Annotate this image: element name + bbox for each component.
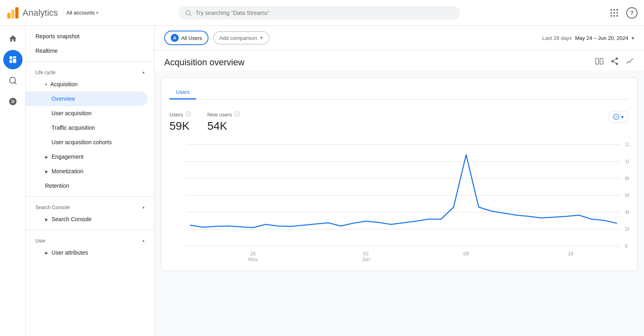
metric-new-users-value: 54K xyxy=(207,120,240,133)
svg-text:10K: 10K xyxy=(625,159,629,164)
icon-sidebar xyxy=(0,26,26,336)
search-bar[interactable] xyxy=(178,6,460,20)
search-console-expand-icon: ▶ xyxy=(45,217,48,222)
svg-text:12K: 12K xyxy=(625,142,629,147)
chip-label: All Users xyxy=(181,35,202,41)
svg-rect-9 xyxy=(613,12,615,14)
layout: Reports snapshot Realtime Life cycle ▾ ▾… xyxy=(0,26,644,336)
svg-text:09: 09 xyxy=(463,251,469,257)
topbar-right: ? xyxy=(609,7,638,19)
section-user[interactable]: User ▾ xyxy=(26,233,154,245)
metrics-row: Users ⓘ 59K New users ⓘ 54K ▾ xyxy=(169,106,629,141)
add-comparison-button[interactable]: Add comparison + xyxy=(213,31,269,44)
sidebar-item-acquisition[interactable]: ▾ Acquisition xyxy=(26,77,154,91)
acquisition-expand-icon: ▾ xyxy=(45,82,47,87)
svg-text:26: 26 xyxy=(250,251,256,257)
search-console-item-label: Search Console xyxy=(52,216,92,222)
search-icon xyxy=(185,9,192,17)
date-range-chevron-icon: ▾ xyxy=(632,35,634,41)
lifecycle-label: Life cycle xyxy=(35,70,56,75)
chart-toggle-icon[interactable] xyxy=(625,57,634,68)
svg-text:Jun: Jun xyxy=(362,257,370,261)
sidebar-icon-home[interactable] xyxy=(3,29,23,48)
nav-sidebar: Reports snapshot Realtime Life cycle ▾ ▾… xyxy=(26,26,155,336)
svg-line-26 xyxy=(613,59,616,61)
svg-line-25 xyxy=(613,62,616,63)
share-icon[interactable] xyxy=(610,57,619,68)
section-lifecycle[interactable]: Life cycle ▾ xyxy=(26,65,154,77)
svg-text:16: 16 xyxy=(568,251,574,257)
svg-point-23 xyxy=(611,60,614,62)
svg-rect-7 xyxy=(616,9,618,10)
svg-text:8K: 8K xyxy=(625,176,629,181)
overview-label: Overview xyxy=(52,95,75,102)
users-info-icon[interactable]: ⓘ xyxy=(186,111,191,118)
sidebar-item-traffic-acquisition[interactable]: Traffic acquisition xyxy=(26,120,154,135)
metric-users: Users ⓘ 59K xyxy=(169,111,191,133)
user-section-label: User xyxy=(35,238,45,244)
metric-toggle-button[interactable]: ▾ xyxy=(608,111,629,123)
svg-rect-5 xyxy=(611,9,612,10)
svg-line-4 xyxy=(190,14,191,16)
sidebar-item-user-attributes[interactable]: ▶ User attributes xyxy=(26,245,154,260)
svg-line-19 xyxy=(14,82,16,84)
user-acquisition-label: User acquisition xyxy=(52,110,92,116)
sidebar-item-retention[interactable]: Retention xyxy=(26,178,154,193)
sidebar-icon-explore[interactable] xyxy=(3,71,23,90)
app-title: Analytics xyxy=(23,8,58,18)
svg-rect-20 xyxy=(596,58,599,64)
nav-divider-2 xyxy=(26,196,154,197)
help-icon[interactable]: ? xyxy=(626,7,638,19)
sidebar-icon-advertising[interactable] xyxy=(3,92,23,111)
svg-rect-15 xyxy=(13,56,16,58)
sidebar-icon-reports[interactable] xyxy=(3,50,23,69)
apps-icon[interactable] xyxy=(609,7,620,19)
svg-rect-1 xyxy=(11,10,14,19)
svg-rect-8 xyxy=(611,12,612,14)
user-attributes-expand-icon: ▶ xyxy=(45,251,48,255)
sidebar-item-user-acquisition[interactable]: User acquisition xyxy=(26,106,154,120)
svg-text:6K: 6K xyxy=(625,193,629,198)
chart-tabs: Users xyxy=(169,86,629,100)
sidebar-item-search-console[interactable]: ▶ Search Console xyxy=(26,212,154,226)
sidebar-item-reports-snapshot[interactable]: Reports snapshot xyxy=(26,29,154,44)
svg-point-24 xyxy=(616,63,618,65)
section-search-console[interactable]: Search Console ▾ xyxy=(26,200,154,212)
metric-new-users-label-row: New users ⓘ xyxy=(207,111,240,118)
user-acquisition-cohorts-label: User acquisition cohorts xyxy=(52,139,111,145)
chart-container: Users Users ⓘ 59K New users ⓘ xyxy=(161,77,638,271)
sidebar-item-overview[interactable]: Overview xyxy=(26,91,148,106)
svg-rect-21 xyxy=(600,58,603,64)
search-console-section-label: Search Console xyxy=(35,205,70,210)
all-users-chip[interactable]: A All Users xyxy=(164,31,208,45)
plus-icon: + xyxy=(260,34,263,41)
sidebar-item-monetization[interactable]: ▶ Monetization xyxy=(26,164,154,178)
lifecycle-collapse-icon: ▾ xyxy=(142,71,144,75)
sidebar-item-engagement[interactable]: ▶ Engagement xyxy=(26,149,154,164)
sidebar-item-realtime[interactable]: Realtime xyxy=(26,44,154,58)
metric-users-label: Users xyxy=(169,112,183,118)
add-comparison-label: Add comparison xyxy=(219,35,257,41)
account-selector[interactable]: All accounts ▾ xyxy=(63,8,101,17)
main-content: A All Users Add comparison + Last 28 day… xyxy=(155,26,644,336)
tab-users[interactable]: Users xyxy=(169,86,196,100)
date-range-selector[interactable]: Last 28 days May 24 – Jun 20, 2024 ▾ xyxy=(542,35,634,41)
traffic-acquisition-label: Traffic acquisition xyxy=(52,124,95,131)
sidebar-item-user-acquisition-cohorts[interactable]: User acquisition cohorts xyxy=(26,135,154,149)
chart-svg-wrapper: 12K 10K 8K 6K 4K 2K 0 26 May 02 xyxy=(169,141,629,263)
user-collapse-icon: ▾ xyxy=(142,239,144,243)
new-users-info-icon[interactable]: ⓘ xyxy=(234,111,240,118)
search-input[interactable] xyxy=(196,10,454,16)
svg-rect-11 xyxy=(611,15,612,17)
page-title: Acquisition overview xyxy=(164,57,244,68)
svg-rect-0 xyxy=(7,13,10,19)
monetization-label: Monetization xyxy=(52,168,83,174)
date-range-prefix: Last 28 days xyxy=(542,35,572,41)
tab-users-label: Users xyxy=(176,89,190,95)
svg-rect-10 xyxy=(616,12,618,14)
monetization-expand-icon: ▶ xyxy=(45,169,48,174)
realtime-label: Realtime xyxy=(35,48,58,54)
retention-label: Retention xyxy=(45,183,69,189)
compare-columns-icon[interactable] xyxy=(595,57,604,68)
svg-rect-13 xyxy=(616,15,618,17)
